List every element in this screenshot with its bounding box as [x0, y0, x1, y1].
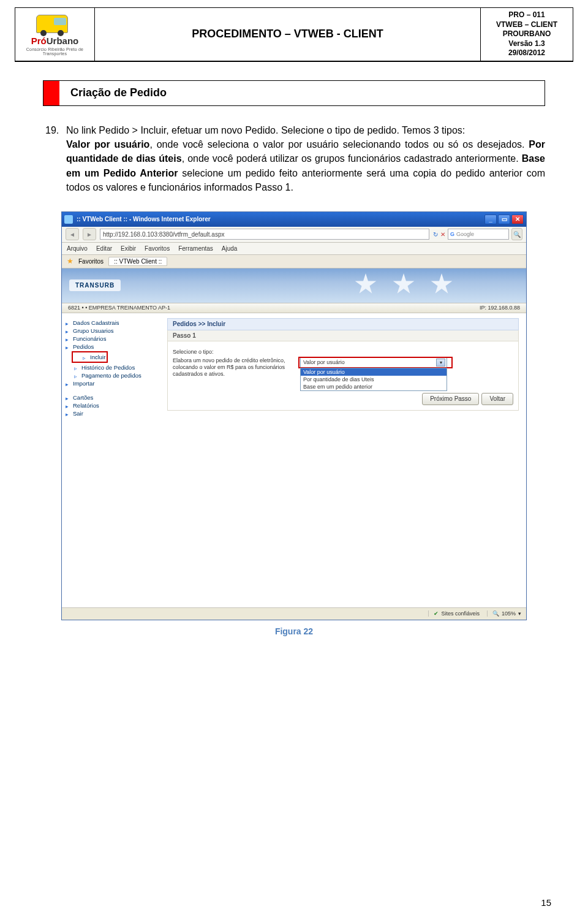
- banner-star-icon: [355, 273, 377, 295]
- search-engine-label: Google: [456, 231, 474, 237]
- sidebar-item-funcionarios[interactable]: Funcionários: [66, 335, 156, 342]
- search-go-button[interactable]: 🔍: [511, 228, 522, 240]
- bullet-icon: [66, 320, 70, 325]
- chevron-down-icon[interactable]: ▾: [436, 359, 445, 367]
- window-title: :: VTWeb Client :: - Windows Internet Ex…: [77, 216, 211, 222]
- menu-favoritos[interactable]: Favoritos: [145, 245, 170, 252]
- menu-exibir[interactable]: Exibir: [121, 245, 136, 252]
- bullet-icon: [66, 403, 70, 408]
- sidebar-label: Funcionários: [73, 335, 106, 342]
- item-text-3: , onde você poderá utilizar os grupos fu…: [182, 153, 522, 164]
- pane-step-label: Passo 1: [167, 330, 519, 341]
- item-body: No link Pedido > Incluir, efetuar um nov…: [66, 123, 545, 194]
- zoom-icon: 🔍: [492, 610, 499, 617]
- browser-tab[interactable]: :: VTWeb Client ::: [108, 257, 167, 266]
- google-icon: G: [450, 231, 454, 237]
- favorites-bar: ★ Favoritos :: VTWeb Client ::: [62, 255, 526, 268]
- window-titlebar: :: VTWeb Client :: - Windows Internet Ex…: [62, 212, 526, 227]
- btn-label: Voltar: [489, 395, 505, 402]
- close-button[interactable]: ✕: [511, 215, 524, 224]
- next-step-button[interactable]: Próximo Passo: [422, 393, 479, 405]
- sidebar-label: Sair: [73, 410, 83, 417]
- bullet-icon: [66, 395, 70, 400]
- meta-system: VTWEB – CLIENT: [482, 20, 571, 30]
- dropdown-option-anterior[interactable]: Base em um pedido anterior: [301, 383, 447, 390]
- item-bold-1: Valor por usuário: [66, 139, 149, 150]
- item-number: 19.: [45, 123, 66, 194]
- menu-editar[interactable]: Editar: [96, 245, 112, 252]
- pane-body: Selecione o tipo: Elabora um novo pedido…: [167, 341, 519, 411]
- address-bar[interactable]: http://192.168.0.103:8380/vtfrm_default.…: [100, 229, 429, 240]
- sidebar-item-pedidos[interactable]: Pedidos: [66, 343, 156, 350]
- type-select[interactable]: Valor por usuário ▾: [300, 357, 447, 368]
- browser-status-bar: ✔ Sites confiáveis 🔍 105% ▾: [62, 607, 526, 620]
- sidebar-label: Cartões: [73, 394, 93, 401]
- sidebar-subitem-historico[interactable]: Histórico de Pedidos: [74, 364, 156, 371]
- sidebar-label: Incluir: [90, 354, 105, 360]
- menu-arquivo[interactable]: Arquivo: [67, 245, 88, 252]
- favorites-label: Favoritos: [78, 258, 104, 265]
- info-ip: IP: 192.168.0.88: [480, 305, 520, 311]
- address-toolbar: ◄ ► http://192.168.0.103:8380/vtfrm_defa…: [62, 227, 526, 243]
- meta-code: PRO – 011: [482, 10, 571, 20]
- bullet-icon: [66, 381, 70, 386]
- figure-caption: Figura 22: [43, 626, 545, 636]
- banner-star-icon: [393, 273, 415, 295]
- sidebar-item-grupo[interactable]: Grupo Usuarios: [66, 327, 156, 334]
- meta-org: PROURBANO: [482, 29, 571, 39]
- check-icon: ✔: [434, 610, 439, 617]
- sidebar-highlight-incluir: Incluir: [72, 351, 108, 363]
- select-wrapper: Valor por usuário ▾ Valor por usuário Po…: [300, 357, 447, 368]
- webpage-area: TRANSURB 6821 • • EMPRESA TREINAMENTO AP…: [62, 268, 526, 620]
- search-box[interactable]: G Google: [448, 229, 509, 240]
- logo-cell: PróUrbano Consórcio Ribeirão Preto de Tr…: [15, 8, 95, 61]
- stop-icon[interactable]: ✕: [440, 231, 445, 238]
- pane-breadcrumb: Pedidos >> Incluir: [167, 318, 519, 330]
- dropdown-option-dias[interactable]: Por quantidade de dias Uteis: [301, 376, 447, 383]
- bullet-icon: [74, 365, 79, 370]
- page-number: 15: [541, 897, 551, 908]
- ie-icon: [64, 215, 73, 224]
- back-button[interactable]: ◄: [66, 228, 79, 240]
- sidebar-label: Grupo Usuarios: [73, 327, 114, 334]
- forward-button[interactable]: ►: [83, 228, 96, 240]
- btn-label: Próximo Passo: [430, 395, 471, 402]
- bullet-icon: [66, 411, 70, 416]
- star-icon[interactable]: ★: [67, 257, 74, 265]
- menu-ajuda[interactable]: Ajuda: [222, 245, 238, 252]
- sidebar-item-cartoes[interactable]: Cartões: [66, 394, 156, 401]
- select-type-label: Selecione o tipo:: [173, 349, 216, 355]
- menu-ferramentas[interactable]: Ferramentas: [178, 245, 213, 252]
- back-button-form[interactable]: Voltar: [481, 393, 513, 405]
- tab-label: :: VTWeb Client ::: [114, 258, 162, 265]
- document-meta: PRO – 011 VTWEB – CLIENT PROURBANO Versã…: [481, 8, 573, 61]
- refresh-icon[interactable]: ↻: [433, 231, 438, 238]
- site-sidebar: Dados Cadastrais Grupo Usuarios Funcioná…: [62, 313, 160, 509]
- instruction-list: 19. No link Pedido > Incluir, efetuar um…: [45, 123, 545, 194]
- document-title: PROCEDIMENTO – VTWEB - CLIENT: [95, 8, 481, 61]
- dropdown-option-valor[interactable]: Valor por usuário: [301, 368, 447, 376]
- item-text-1: No link Pedido > Incluir, efetuar um nov…: [66, 125, 465, 135]
- maximize-button[interactable]: ▭: [498, 215, 510, 224]
- instruction-item-19: 19. No link Pedido > Incluir, efetuar um…: [45, 123, 545, 194]
- sidebar-subitem-incluir[interactable]: Incluir: [83, 354, 105, 360]
- transurb-logo: TRANSURB: [69, 279, 121, 291]
- section-heading-box: Criação de Pedido: [43, 80, 545, 106]
- site-main: Dados Cadastrais Grupo Usuarios Funcioná…: [62, 313, 526, 509]
- chevron-down-icon: ▾: [518, 610, 521, 617]
- minimize-button[interactable]: _: [484, 215, 497, 224]
- sidebar-item-importar[interactable]: Importar: [66, 380, 156, 387]
- bullet-icon: [66, 328, 70, 333]
- sidebar-label: Pedidos: [73, 343, 94, 350]
- banner-star-icon: [431, 273, 453, 295]
- site-banner: TRANSURB: [62, 268, 526, 303]
- meta-version: Versão 1.3: [482, 39, 571, 49]
- meta-date: 29/08/2012: [482, 48, 571, 58]
- sidebar-item-sair[interactable]: Sair: [66, 410, 156, 417]
- bullet-icon: [83, 354, 88, 359]
- document-header: PróUrbano Consórcio Ribeirão Preto de Tr…: [15, 8, 573, 61]
- sidebar-item-dados[interactable]: Dados Cadastrais: [66, 319, 156, 326]
- status-zoom[interactable]: 🔍 105% ▾: [487, 610, 521, 617]
- sidebar-item-relatorios[interactable]: Relatórios: [66, 402, 156, 409]
- sidebar-subitem-pagamento[interactable]: Pagamento de pedidos: [74, 372, 156, 379]
